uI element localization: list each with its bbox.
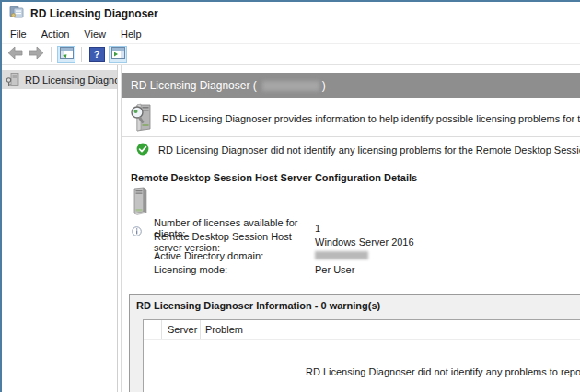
forward-button[interactable]	[27, 46, 45, 63]
back-button[interactable]	[6, 46, 24, 63]
toolbar-separator	[51, 47, 52, 62]
show-console-tree-button[interactable]	[57, 46, 75, 63]
results-pane: RD Licensing Diagnoser ( )	[121, 65, 580, 392]
results-header-suffix: )	[322, 79, 326, 92]
results-header-prefix: RD Licensing Diagnoser (	[131, 79, 257, 92]
info-banner: RD Licensing Diagnoser provides informat…	[122, 100, 580, 137]
problem-column-header[interactable]: Problem	[201, 320, 580, 339]
server-tower-icon	[131, 187, 149, 220]
window-title: RD Licensing Diagnoser	[30, 7, 158, 20]
server-column-header[interactable]: Server	[162, 320, 201, 339]
window-body: RD Licensing Diagnoser RD Licensing Diag…	[2, 65, 580, 392]
detail-row-server-version: Remote Desktop Session Host server versi…	[154, 235, 414, 248]
help-icon: ?	[89, 47, 105, 62]
section-title: RD Licensing Diagnoser Information - 0 w…	[130, 295, 580, 311]
app-icon	[9, 5, 24, 23]
status-row: RD Licensing Diagnoser did not identify …	[136, 143, 580, 157]
show-action-pane-button[interactable]	[109, 46, 127, 63]
detail-label: Active Directory domain:	[154, 250, 315, 261]
status-text: RD Licensing Diagnoser did not identify …	[158, 144, 580, 156]
detail-label: Licensing mode:	[154, 264, 315, 275]
help-button[interactable]: ?	[87, 46, 106, 63]
results-header: RD Licensing Diagnoser ( )	[122, 73, 580, 98]
config-details: Number of licenses available for clients…	[154, 221, 414, 276]
info-icon	[132, 224, 142, 240]
info-banner-text: RD Licensing Diagnoser provides informat…	[162, 113, 580, 124]
tree-item-rd-licensing-diagnoser[interactable]: RD Licensing Diagnoser	[2, 70, 117, 89]
detail-value: Per User	[315, 264, 354, 275]
show-console-tree-icon	[60, 46, 74, 63]
detail-value: Windows Server 2016	[315, 236, 414, 248]
console-tree-panel: RD Licensing Diagnoser	[2, 65, 118, 392]
tree-item-label: RD Licensing Diagnoser	[25, 75, 117, 86]
problems-list-view: Server Problem RD Licensing Diagnoser di…	[143, 319, 580, 392]
detail-value: 1	[315, 223, 320, 234]
detail-row-ad-domain: Active Directory domain:	[154, 248, 414, 262]
list-view-header: Server Problem	[144, 320, 580, 340]
rd-licensing-diagnoser-window: RD Licensing Diagnoser File Action View …	[0, 0, 580, 392]
config-heading: Remote Desktop Session Host Server Confi…	[131, 172, 417, 183]
toolbar-separator	[81, 47, 82, 62]
redacted-server-name	[262, 81, 319, 91]
menu-view[interactable]: View	[76, 26, 113, 43]
detail-row-licensing-mode: Licensing mode: Per User	[154, 262, 414, 276]
menu-file[interactable]: File	[2, 26, 34, 43]
licensing-key-server-icon	[6, 72, 20, 88]
menu-help[interactable]: Help	[113, 26, 149, 43]
blank-column-header[interactable]	[144, 320, 162, 339]
back-icon	[7, 46, 23, 63]
forward-icon	[29, 46, 44, 63]
no-problems-message: RD Licensing Diagnoser did not identify …	[306, 366, 580, 377]
title-bar[interactable]: RD Licensing Diagnoser	[2, 2, 580, 26]
diagnoser-server-magnifier-icon	[130, 103, 154, 134]
toolbar: ?	[2, 44, 580, 65]
diagnoser-information-section: RD Licensing Diagnoser Information - 0 w…	[129, 294, 580, 392]
menu-action[interactable]: Action	[34, 26, 77, 43]
redacted-domain-value	[315, 251, 368, 259]
show-action-pane-icon	[111, 46, 125, 63]
success-check-icon	[136, 143, 149, 157]
menu-bar: File Action View Help	[2, 26, 580, 44]
